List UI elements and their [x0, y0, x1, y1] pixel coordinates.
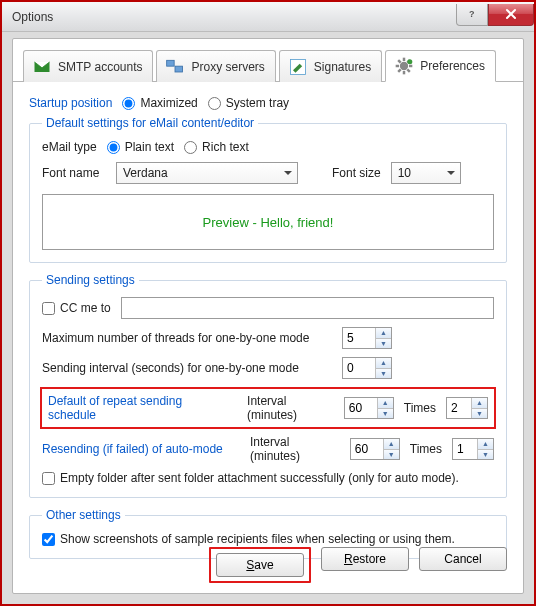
spinner-input[interactable]: [345, 398, 377, 418]
tab-smtp-accounts[interactable]: SMTP accounts: [23, 50, 153, 82]
empty-folder-input[interactable]: [42, 472, 55, 485]
interval-minutes-label: Interval (minutes): [247, 394, 334, 422]
select-value: 10: [398, 166, 411, 180]
times-label: Times: [404, 401, 436, 415]
spinner-buttons[interactable]: ▲▼: [375, 328, 391, 348]
font-size-select[interactable]: 10: [391, 162, 461, 184]
restore-button[interactable]: Restore: [321, 547, 409, 571]
sending-settings-group: Sending settings CC me to Maximum number…: [29, 273, 507, 498]
interval-seconds-spinner[interactable]: ▲▼: [342, 357, 392, 379]
font-name-label: Font name: [42, 166, 106, 180]
max-threads-spinner[interactable]: ▲▼: [342, 327, 392, 349]
svg-line-10: [408, 69, 411, 72]
tab-content: Startup position Maximized System tray D…: [13, 82, 523, 573]
interval-seconds-label: Sending interval (seconds) for one-by-on…: [42, 361, 332, 375]
startup-label: Startup position: [29, 96, 112, 110]
group-legend: Sending settings: [42, 273, 139, 287]
checkbox-label: Empty folder after sent folder attachmen…: [60, 471, 459, 485]
svg-line-9: [398, 60, 401, 63]
tab-preferences[interactable]: Preferences: [385, 50, 496, 82]
svg-rect-2: [175, 66, 183, 72]
radio-label: Maximized: [140, 96, 197, 110]
tab-label: SMTP accounts: [58, 60, 142, 74]
repeat-times-spinner[interactable]: ▲▼: [446, 397, 488, 419]
svg-point-13: [408, 59, 413, 64]
tab-label: Signatures: [314, 60, 371, 74]
radio-maximized-input[interactable]: [122, 97, 135, 110]
titlebar: Options ?: [2, 2, 534, 32]
cc-me-checkbox[interactable]: CC me to: [42, 301, 111, 315]
save-highlight: Save: [209, 547, 311, 583]
group-legend: Default settings for eMail content/edito…: [42, 116, 258, 130]
startup-row: Startup position Maximized System tray: [29, 96, 507, 110]
envelope-icon: [32, 57, 52, 77]
interval-minutes-label: Interval (minutes): [250, 435, 340, 463]
group-legend: Other settings: [42, 508, 125, 522]
checkbox-label: CC me to: [60, 301, 111, 315]
svg-text:?: ?: [469, 9, 475, 19]
spinner-input[interactable]: [351, 439, 383, 459]
times-label: Times: [410, 442, 442, 456]
radio-rich-text[interactable]: Rich text: [184, 140, 249, 154]
resending-label: Resending (if failed) of auto-mode: [42, 442, 240, 456]
close-button[interactable]: [488, 4, 534, 26]
spinner-buttons[interactable]: ▲▼: [375, 358, 391, 378]
spinner-buttons[interactable]: ▲▼: [477, 439, 493, 459]
window-title: Options: [12, 10, 456, 24]
tab-label: Proxy servers: [191, 60, 264, 74]
tab-signatures[interactable]: Signatures: [279, 50, 382, 82]
tab-proxy-servers[interactable]: Proxy servers: [156, 50, 275, 82]
dialog-footer: Save Restore Cancel: [13, 547, 523, 583]
radio-maximized[interactable]: Maximized: [122, 96, 197, 110]
spinner-buttons[interactable]: ▲▼: [471, 398, 487, 418]
window-buttons: ?: [456, 4, 534, 26]
preview-text: Preview - Hello, friend!: [203, 215, 334, 230]
spinner-buttons[interactable]: ▲▼: [377, 398, 393, 418]
email-type-label: eMail type: [42, 140, 97, 154]
font-name-select[interactable]: Verdana: [116, 162, 298, 184]
radio-plain-text[interactable]: Plain text: [107, 140, 174, 154]
radio-plain-input[interactable]: [107, 141, 120, 154]
tab-label: Preferences: [420, 59, 485, 73]
font-size-label: Font size: [332, 166, 381, 180]
spinner-input[interactable]: [447, 398, 471, 418]
preview-box: Preview - Hello, friend!: [42, 194, 494, 250]
empty-folder-checkbox[interactable]: Empty folder after sent folder attachmen…: [42, 471, 459, 485]
show-screenshots-checkbox[interactable]: Show screenshots of sample recipients fi…: [42, 532, 455, 546]
spinner-buttons[interactable]: ▲▼: [383, 439, 399, 459]
cc-me-input[interactable]: [42, 302, 55, 315]
show-screenshots-input[interactable]: [42, 533, 55, 546]
svg-line-12: [398, 69, 401, 72]
email-defaults-group: Default settings for eMail content/edito…: [29, 116, 507, 263]
radio-systemtray-input[interactable]: [208, 97, 221, 110]
cancel-button[interactable]: Cancel: [419, 547, 507, 571]
signature-icon: [288, 57, 308, 77]
spinner-input[interactable]: [343, 328, 375, 348]
gear-icon: [394, 56, 414, 76]
svg-rect-1: [167, 60, 175, 66]
repeat-schedule-highlight: Default of repeat sending schedule Inter…: [40, 387, 496, 429]
repeat-schedule-label: Default of repeat sending schedule: [48, 394, 221, 422]
servers-icon: [165, 57, 185, 77]
select-value: Verdana: [123, 166, 168, 180]
svg-point-4: [400, 62, 408, 70]
options-panel: SMTP accounts Proxy servers Signatures P…: [12, 38, 524, 594]
radio-label: Rich text: [202, 140, 249, 154]
spinner-input[interactable]: [343, 358, 375, 378]
repeat-interval-spinner[interactable]: ▲▼: [344, 397, 394, 419]
checkbox-label: Show screenshots of sample recipients fi…: [60, 532, 455, 546]
radio-rich-input[interactable]: [184, 141, 197, 154]
help-button[interactable]: ?: [456, 4, 488, 26]
radio-label: System tray: [226, 96, 289, 110]
resend-times-spinner[interactable]: ▲▼: [452, 438, 494, 460]
tab-bar: SMTP accounts Proxy servers Signatures P…: [13, 39, 523, 82]
max-threads-label: Maximum number of threads for one-by-one…: [42, 331, 332, 345]
radio-systemtray[interactable]: System tray: [208, 96, 289, 110]
resend-interval-spinner[interactable]: ▲▼: [350, 438, 400, 460]
cc-me-field[interactable]: [121, 297, 494, 319]
save-button[interactable]: Save: [216, 553, 304, 577]
radio-label: Plain text: [125, 140, 174, 154]
spinner-input[interactable]: [453, 439, 477, 459]
